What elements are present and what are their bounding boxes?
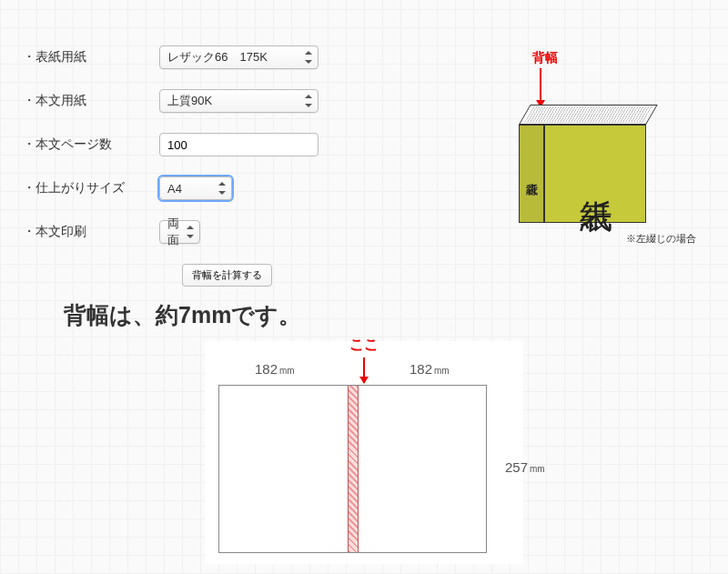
input-page-count[interactable] [159,133,318,156]
chevron-updown-icon [217,182,227,195]
dim-width-right: 182mm [410,361,450,377]
arrow-down-icon [363,357,365,383]
label-body-print: 本文印刷 [23,224,159,240]
select-body-paper[interactable]: 上質90K [159,89,318,113]
book-page-lines [524,106,653,123]
spine-width-label: 背幅 [532,50,558,66]
book-3d-illustration: 背幅 背表紙 表紙 ※左綴じの場合 [482,50,678,246]
select-cover-paper-value: レザック66 175K [167,49,268,65]
spread-box [218,385,487,553]
select-body-print[interactable]: 両面 [159,220,200,244]
koko-label: ここ [349,336,379,355]
label-cover-paper: 表紙用紙 [23,49,159,65]
dim-width-left-value: 182 [255,361,278,377]
unit-mm: mm [530,464,545,474]
label-finish-size: 仕上がりサイズ [23,180,159,196]
select-finish-size-value: A4 [167,182,182,196]
left-bind-note: ※左綴じの場合 [626,232,696,246]
arrow-down-icon [540,68,541,106]
dim-height: 257mm [505,459,545,475]
result-text: 背幅は、約7mmです。 [64,300,301,330]
dim-width-right-value: 182 [410,361,432,377]
book-3d: 背表紙 表紙 [519,105,646,223]
unit-mm: mm [434,366,450,376]
select-body-paper-value: 上質90K [167,93,212,109]
calculate-spine-button[interactable]: 背幅を計算する [182,264,272,287]
dim-width-left: 182mm [255,361,295,377]
cover-spread-diagram: ここ 182mm 182mm 257mm [205,341,523,564]
select-body-print-value: 両面 [167,216,179,248]
book-spine-face: 背表紙 [519,125,544,223]
dim-height-value: 257 [505,459,528,475]
spine-strip [348,386,359,552]
label-page-count: 本文ページ数 [23,136,159,153]
select-cover-paper[interactable]: レザック66 175K [159,45,318,69]
book-front-face: 表紙 [544,125,646,223]
select-finish-size[interactable]: A4 [159,176,232,200]
chevron-updown-icon [186,226,195,238]
chevron-updown-icon [304,95,313,107]
chevron-updown-icon [304,51,313,64]
unit-mm: mm [279,366,295,376]
label-body-paper: 本文用紙 [23,93,159,109]
